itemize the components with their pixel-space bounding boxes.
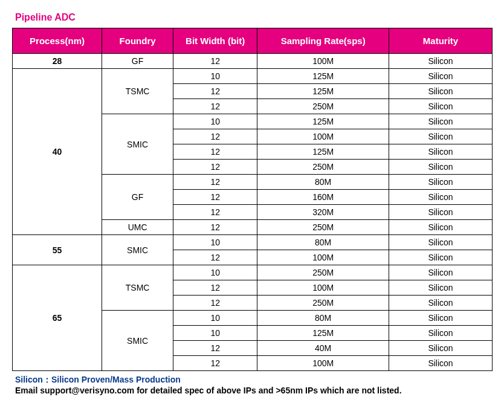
header-bitwidth: Bit Width (bit) — [173, 28, 257, 54]
footer-note: Email support@verisyno.com for detailed … — [15, 386, 492, 395]
cell-rate: 80M — [257, 235, 389, 250]
cell-process: 55 — [13, 235, 102, 265]
cell-bitwidth: 12 — [173, 129, 257, 144]
cell-bitwidth: 12 — [173, 356, 257, 371]
cell-foundry: TSMC — [102, 69, 173, 114]
footer-legend-sep: ： — [43, 375, 51, 384]
cell-maturity: Silicon — [389, 114, 493, 129]
cell-rate: 125M — [257, 69, 389, 84]
cell-maturity: Silicon — [389, 129, 493, 144]
cell-maturity: Silicon — [389, 175, 493, 190]
cell-bitwidth: 10 — [173, 114, 257, 129]
cell-maturity: Silicon — [389, 160, 493, 175]
cell-maturity: Silicon — [389, 99, 493, 114]
cell-rate: 125M — [257, 114, 389, 129]
header-foundry: Foundry — [102, 28, 173, 54]
ip-table: Process(nm) Foundry Bit Width (bit) Samp… — [12, 28, 493, 371]
cell-bitwidth: 12 — [173, 220, 257, 235]
cell-rate: 250M — [257, 160, 389, 175]
cell-bitwidth: 12 — [173, 99, 257, 114]
cell-maturity: Silicon — [389, 280, 493, 296]
footer-legend-key: Silicon — [15, 375, 43, 384]
table-header-row: Process(nm) Foundry Bit Width (bit) Samp… — [13, 28, 493, 54]
cell-maturity: Silicon — [389, 205, 493, 220]
header-process: Process(nm) — [13, 28, 102, 54]
footer-legend-val: Silicon Proven/Mass Production — [51, 375, 181, 384]
cell-maturity: Silicon — [389, 69, 493, 84]
cell-bitwidth: 12 — [173, 144, 257, 160]
table-row: 65 TSMC 10 250M Silicon — [13, 265, 493, 280]
cell-rate: 80M — [257, 311, 389, 326]
header-maturity: Maturity — [389, 28, 493, 54]
cell-maturity: Silicon — [389, 144, 493, 160]
cell-bitwidth: 12 — [173, 84, 257, 99]
cell-maturity: Silicon — [389, 326, 493, 341]
cell-maturity: Silicon — [389, 265, 493, 280]
footer: Silicon：Silicon Proven/Mass Production E… — [15, 375, 492, 395]
cell-rate: 80M — [257, 175, 389, 190]
table-row: 40 TSMC 10 125M Silicon — [13, 69, 493, 84]
cell-bitwidth: 12 — [173, 205, 257, 220]
cell-bitwidth: 12 — [173, 175, 257, 190]
cell-process: 28 — [13, 54, 102, 69]
cell-foundry: SMIC — [102, 235, 173, 265]
cell-bitwidth: 10 — [173, 265, 257, 280]
header-rate: Sampling Rate(sps) — [257, 28, 389, 54]
page-title: Pipeline ADC — [15, 12, 492, 23]
cell-rate: 100M — [257, 250, 389, 265]
cell-rate: 100M — [257, 129, 389, 144]
cell-bitwidth: 12 — [173, 296, 257, 311]
cell-rate: 40M — [257, 341, 389, 356]
cell-bitwidth: 12 — [173, 54, 257, 69]
cell-bitwidth: 10 — [173, 326, 257, 341]
cell-foundry: SMIC — [102, 311, 173, 371]
cell-maturity: Silicon — [389, 356, 493, 371]
cell-rate: 125M — [257, 144, 389, 160]
cell-bitwidth: 12 — [173, 280, 257, 296]
cell-rate: 100M — [257, 54, 389, 69]
cell-foundry: GF — [102, 175, 173, 220]
footer-legend: Silicon：Silicon Proven/Mass Production — [15, 375, 492, 386]
cell-bitwidth: 10 — [173, 69, 257, 84]
cell-bitwidth: 12 — [173, 341, 257, 356]
cell-rate: 250M — [257, 99, 389, 114]
cell-maturity: Silicon — [389, 190, 493, 205]
cell-bitwidth: 10 — [173, 311, 257, 326]
cell-foundry: UMC — [102, 220, 173, 235]
cell-foundry: TSMC — [102, 265, 173, 311]
cell-maturity: Silicon — [389, 235, 493, 250]
cell-rate: 250M — [257, 220, 389, 235]
cell-process: 65 — [13, 265, 102, 371]
table-row: 55 SMIC 10 80M Silicon — [13, 235, 493, 250]
cell-maturity: Silicon — [389, 54, 493, 69]
cell-foundry: GF — [102, 54, 173, 69]
cell-rate: 100M — [257, 356, 389, 371]
cell-rate: 250M — [257, 296, 389, 311]
table-row: 28 GF 12 100M Silicon — [13, 54, 493, 69]
cell-bitwidth: 12 — [173, 160, 257, 175]
cell-maturity: Silicon — [389, 341, 493, 356]
cell-maturity: Silicon — [389, 84, 493, 99]
cell-rate: 100M — [257, 280, 389, 296]
cell-rate: 160M — [257, 190, 389, 205]
cell-foundry: SMIC — [102, 114, 173, 175]
cell-maturity: Silicon — [389, 296, 493, 311]
cell-rate: 320M — [257, 205, 389, 220]
cell-process: 40 — [13, 69, 102, 235]
cell-maturity: Silicon — [389, 220, 493, 235]
cell-maturity: Silicon — [389, 250, 493, 265]
cell-bitwidth: 12 — [173, 250, 257, 265]
cell-rate: 250M — [257, 265, 389, 280]
cell-bitwidth: 12 — [173, 190, 257, 205]
cell-rate: 125M — [257, 326, 389, 341]
cell-bitwidth: 10 — [173, 235, 257, 250]
cell-maturity: Silicon — [389, 311, 493, 326]
cell-rate: 125M — [257, 84, 389, 99]
